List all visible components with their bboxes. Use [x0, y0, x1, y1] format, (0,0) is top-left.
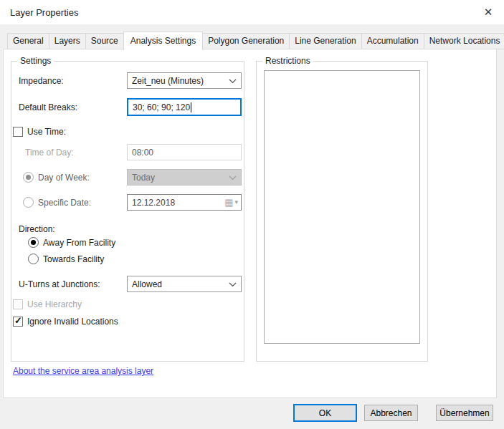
chevron-down-icon [229, 175, 237, 180]
use-time-checkbox[interactable]: Use Time: [13, 127, 66, 137]
ignore-invalid-locations-checkbox[interactable]: ✓ Ignore Invalid Locations [13, 317, 118, 327]
date-picker-button: ▦ ▾ [224, 195, 238, 210]
day-of-week-value: Today [132, 173, 155, 183]
tab-source[interactable]: Source [85, 33, 124, 49]
tab-panel-analysis-settings: Settings Impedance: Zeit_neu (Minutes) D… [3, 49, 497, 398]
tab-strip: General Layers Source Analysis Settings … [7, 32, 504, 49]
window-title: Layer Properties [10, 0, 78, 24]
calendar-icon: ▦ [224, 198, 233, 207]
ok-button[interactable]: OK [293, 404, 357, 422]
settings-groupbox: Settings Impedance: Zeit_neu (Minutes) D… [11, 61, 244, 362]
specific-date-label: Specific Date: [38, 198, 91, 208]
close-icon[interactable]: ✕ [477, 2, 500, 22]
direction-label: Direction: [19, 222, 55, 236]
chevron-down-icon [229, 282, 237, 287]
restrictions-group-label: Restrictions [262, 56, 313, 66]
impedance-dropdown[interactable]: Zeit_neu (Minutes) [127, 72, 242, 89]
time-of-day-input: 08:00 [127, 144, 242, 160]
use-time-label: Use Time: [27, 127, 66, 137]
settings-group-label: Settings [17, 56, 54, 66]
tab-accumulation[interactable]: Accumulation [361, 33, 424, 49]
specific-date-radio: Specific Date: [23, 197, 91, 208]
layer-properties-dialog: Layer Properties ✕ General Layers Source… [0, 0, 504, 429]
direction-away-radio[interactable]: Away From Facility [28, 237, 115, 248]
checkbox-icon [13, 299, 23, 309]
specific-date-value: 12.12.2018 [132, 198, 175, 208]
time-of-day-value: 08:00 [132, 148, 153, 158]
tab-general[interactable]: General [7, 33, 49, 49]
tab-line-generation[interactable]: Line Generation [289, 33, 361, 49]
calendar-dropdown-arrow-icon: ▾ [234, 199, 238, 206]
restrictions-listbox[interactable] [264, 70, 420, 344]
radio-selected-icon [23, 172, 34, 183]
radio-unselected-icon [28, 254, 39, 264]
chevron-down-icon [229, 79, 237, 84]
tab-analysis-settings[interactable]: Analysis Settings [123, 32, 203, 50]
restrictions-groupbox: Restrictions [256, 61, 428, 362]
about-service-area-link[interactable]: About the service area analysis layer [13, 366, 153, 376]
checkbox-checked-icon: ✓ [13, 317, 23, 327]
direction-away-label: Away From Facility [43, 238, 115, 248]
default-breaks-label: Default Breaks: [19, 98, 77, 116]
default-breaks-input[interactable]: 30; 60; 90; 120 [127, 98, 242, 116]
apply-button[interactable]: Übernehmen [436, 405, 493, 421]
day-of-week-dropdown: Today [127, 169, 242, 185]
impedance-value: Zeit_neu (Minutes) [132, 76, 204, 86]
use-hierarchy-checkbox: Use Hierarchy [13, 299, 82, 309]
specific-date-input: 12.12.2018 ▦ ▾ [127, 194, 242, 211]
time-of-day-label: Time of Day: [25, 144, 74, 160]
title-bar: Layer Properties ✕ [0, 0, 504, 24]
cancel-button[interactable]: Abbrechen [364, 405, 418, 421]
day-of-week-radio: Day of Week: [23, 172, 90, 183]
u-turns-dropdown[interactable]: Allowed [127, 276, 242, 292]
radio-selected-icon [28, 237, 39, 248]
ignore-invalid-locations-label: Ignore Invalid Locations [27, 317, 118, 327]
text-caret [191, 102, 191, 112]
impedance-label: Impedance: [19, 72, 64, 89]
direction-towards-label: Towards Facility [43, 254, 104, 264]
use-hierarchy-label: Use Hierarchy [27, 299, 82, 309]
default-breaks-value: 30; 60; 90; 120 [133, 102, 190, 112]
day-of-week-label: Day of Week: [38, 173, 90, 183]
checkmark-icon: ✓ [14, 315, 22, 326]
direction-towards-radio[interactable]: Towards Facility [28, 254, 104, 264]
radio-unselected-icon [23, 197, 34, 208]
u-turns-value: Allowed [132, 279, 162, 289]
tab-polygon-generation[interactable]: Polygon Generation [202, 33, 290, 49]
u-turns-label: U-Turns at Junctions: [19, 276, 100, 292]
checkbox-icon [13, 127, 23, 137]
tab-layers[interactable]: Layers [49, 33, 86, 49]
tab-network-locations[interactable]: Network Locations [424, 33, 504, 49]
